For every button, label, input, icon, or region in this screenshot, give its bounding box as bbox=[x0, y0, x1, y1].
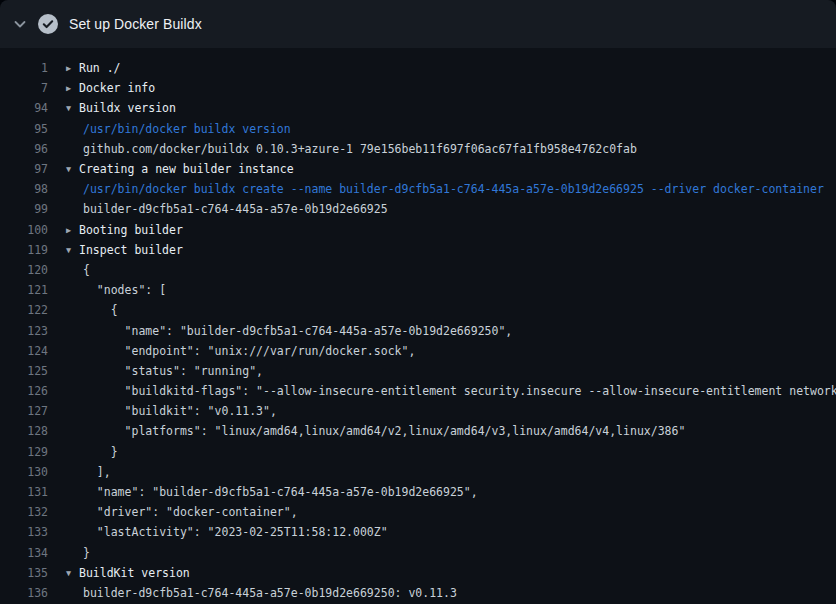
line-number-link[interactable]: 1 bbox=[0, 61, 48, 75]
triangle-down-icon: ▼ bbox=[66, 568, 79, 578]
log-line: 128 "platforms": "linux/amd64,linux/amd6… bbox=[0, 421, 836, 441]
log-line: 100▶Booting builder bbox=[0, 220, 836, 240]
triangle-down-icon: ▼ bbox=[66, 103, 79, 113]
group-title: Booting builder bbox=[79, 223, 183, 237]
log-line: 131 "name": "builder-d9cfb5a1-c764-445a-… bbox=[0, 482, 836, 502]
log-line: 119▼Inspect builder bbox=[0, 240, 836, 260]
triangle-down-icon: ▼ bbox=[66, 164, 79, 174]
triangle-right-icon: ▶ bbox=[66, 225, 79, 235]
line-number-link[interactable]: 134 bbox=[0, 546, 48, 560]
log-line: 1▶Run ./ bbox=[0, 58, 836, 78]
log-line: 135▼BuildKit version bbox=[0, 563, 836, 583]
line-number-link[interactable]: 95 bbox=[0, 122, 48, 136]
log-line: 120{ bbox=[0, 260, 836, 280]
line-number-link[interactable]: 99 bbox=[0, 202, 48, 216]
group-title: Docker info bbox=[79, 81, 155, 95]
log-group-toggle[interactable]: ▼Creating a new builder instance bbox=[48, 162, 836, 176]
line-number-link[interactable]: 97 bbox=[0, 162, 48, 176]
log-container[interactable]: 1▶Run ./7▶Docker info94▼Buildx version95… bbox=[0, 48, 836, 604]
log-line: 7▶Docker info bbox=[0, 78, 836, 98]
log-line: 136builder-d9cfb5a1-c764-445a-a57e-0b19d… bbox=[0, 583, 836, 603]
output-text: "platforms": "linux/amd64,linux/amd64/v2… bbox=[48, 424, 836, 438]
command-text: /usr/bin/docker buildx create --name bui… bbox=[48, 182, 836, 196]
line-number-link[interactable]: 127 bbox=[0, 404, 48, 418]
log-group-toggle[interactable]: ▼BuildKit version bbox=[48, 566, 836, 580]
log-line: 95/usr/bin/docker buildx version bbox=[0, 119, 836, 139]
line-number-link[interactable]: 133 bbox=[0, 525, 48, 539]
line-number-link[interactable]: 128 bbox=[0, 424, 48, 438]
log-group-toggle[interactable]: ▼Buildx version bbox=[48, 101, 836, 115]
line-number-link[interactable]: 120 bbox=[0, 263, 48, 277]
log-line: 125 "status": "running", bbox=[0, 361, 836, 381]
log-group-toggle[interactable]: ▶Docker info bbox=[48, 81, 836, 95]
line-number-link[interactable]: 125 bbox=[0, 364, 48, 378]
group-title: Inspect builder bbox=[79, 243, 183, 257]
line-number-link[interactable]: 100 bbox=[0, 223, 48, 237]
line-number-link[interactable]: 94 bbox=[0, 101, 48, 115]
output-text: "status": "running", bbox=[48, 364, 836, 378]
group-title: Run ./ bbox=[79, 61, 121, 75]
line-number-link[interactable]: 124 bbox=[0, 344, 48, 358]
log-line: 123 "name": "builder-d9cfb5a1-c764-445a-… bbox=[0, 320, 836, 340]
output-text: "name": "builder-d9cfb5a1-c764-445a-a57e… bbox=[48, 324, 836, 338]
log-group-toggle[interactable]: ▶Booting builder bbox=[48, 223, 836, 237]
output-text: builder-d9cfb5a1-c764-445a-a57e-0b19d2e6… bbox=[48, 586, 836, 600]
line-number-link[interactable]: 130 bbox=[0, 465, 48, 479]
actions-log-panel: Set up Docker Buildx 1▶Run ./7▶Docker in… bbox=[0, 0, 836, 604]
step-header[interactable]: Set up Docker Buildx bbox=[0, 0, 836, 48]
output-text: } bbox=[48, 546, 836, 560]
triangle-down-icon: ▼ bbox=[66, 245, 79, 255]
triangle-right-icon: ▶ bbox=[66, 83, 79, 93]
log-line: 122 { bbox=[0, 300, 836, 320]
line-number-link[interactable]: 129 bbox=[0, 445, 48, 459]
output-text: github.com/docker/buildx 0.10.3+azure-1 … bbox=[48, 142, 836, 156]
line-number-link[interactable]: 122 bbox=[0, 303, 48, 317]
line-number-link[interactable]: 96 bbox=[0, 142, 48, 156]
output-text: "nodes": [ bbox=[48, 283, 836, 297]
line-number-link[interactable]: 132 bbox=[0, 505, 48, 519]
line-number-link[interactable]: 119 bbox=[0, 243, 48, 257]
output-text: { bbox=[48, 263, 836, 277]
log-line: 97▼Creating a new builder instance bbox=[0, 159, 836, 179]
output-text: "buildkit": "v0.11.3", bbox=[48, 404, 836, 418]
output-text: "name": "builder-d9cfb5a1-c764-445a-a57e… bbox=[48, 485, 836, 499]
triangle-right-icon: ▶ bbox=[66, 63, 79, 73]
log-line: 130 ], bbox=[0, 462, 836, 482]
line-number-link[interactable]: 135 bbox=[0, 566, 48, 580]
log-line: 121 "nodes": [ bbox=[0, 280, 836, 300]
check-circle-icon bbox=[38, 14, 58, 34]
group-title: BuildKit version bbox=[79, 566, 190, 580]
output-text: "lastActivity": "2023-02-25T11:58:12.000… bbox=[48, 525, 836, 539]
log-line: 124 "endpoint": "unix:///var/run/docker.… bbox=[0, 341, 836, 361]
group-title: Creating a new builder instance bbox=[79, 162, 294, 176]
line-number-link[interactable]: 136 bbox=[0, 586, 48, 600]
output-text: "endpoint": "unix:///var/run/docker.sock… bbox=[48, 344, 836, 358]
log-line: 134} bbox=[0, 543, 836, 563]
output-text: ], bbox=[48, 465, 836, 479]
log-line: 127 "buildkit": "v0.11.3", bbox=[0, 401, 836, 421]
log-line: 126 "buildkitd-flags": "--allow-insecure… bbox=[0, 381, 836, 401]
line-number-link[interactable]: 131 bbox=[0, 485, 48, 499]
output-text: { bbox=[48, 303, 836, 317]
log-line: 129 } bbox=[0, 442, 836, 462]
log-group-toggle[interactable]: ▶Run ./ bbox=[48, 61, 836, 75]
output-text: "buildkitd-flags": "--allow-insecure-ent… bbox=[48, 384, 836, 398]
line-number-link[interactable]: 121 bbox=[0, 283, 48, 297]
line-number-link[interactable]: 7 bbox=[0, 81, 48, 95]
output-text: builder-d9cfb5a1-c764-445a-a57e-0b19d2e6… bbox=[48, 202, 836, 216]
log-group-toggle[interactable]: ▼Inspect builder bbox=[48, 243, 836, 257]
log-line: 133 "lastActivity": "2023-02-25T11:58:12… bbox=[0, 522, 836, 542]
log-line: 99builder-d9cfb5a1-c764-445a-a57e-0b19d2… bbox=[0, 199, 836, 219]
group-title: Buildx version bbox=[79, 101, 176, 115]
log-line: 94▼Buildx version bbox=[0, 98, 836, 118]
output-text: } bbox=[48, 445, 836, 459]
log-line: 96github.com/docker/buildx 0.10.3+azure-… bbox=[0, 139, 836, 159]
line-number-link[interactable]: 98 bbox=[0, 182, 48, 196]
log-line: 98/usr/bin/docker buildx create --name b… bbox=[0, 179, 836, 199]
log-line: 132 "driver": "docker-container", bbox=[0, 502, 836, 522]
step-title: Set up Docker Buildx bbox=[69, 16, 202, 32]
output-text: "driver": "docker-container", bbox=[48, 505, 836, 519]
line-number-link[interactable]: 126 bbox=[0, 384, 48, 398]
chevron-down-icon[interactable] bbox=[12, 16, 28, 32]
line-number-link[interactable]: 123 bbox=[0, 324, 48, 338]
